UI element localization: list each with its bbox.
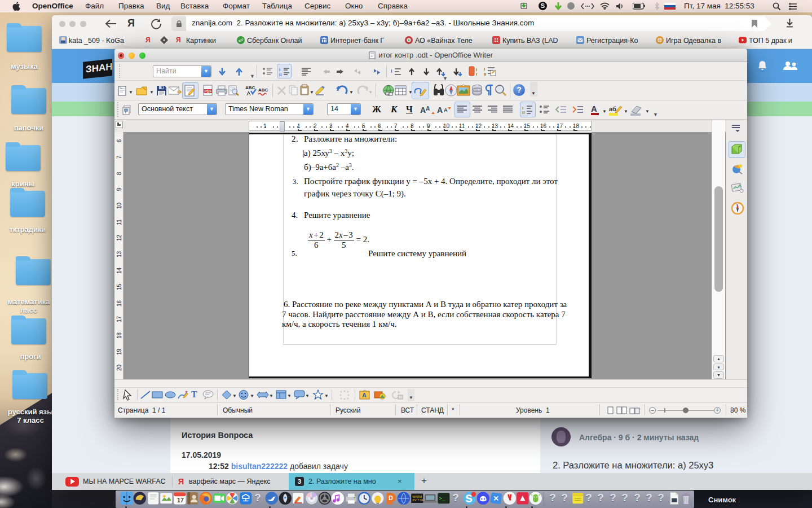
svg-text:I: I [391,68,392,74]
svg-text:I: I [279,67,280,72]
svg-text:17: 17 [177,497,184,503]
svg-text:A: A [362,392,367,398]
svg-text:II: II [279,72,281,76]
svg-text:A: A [420,106,426,115]
svg-text:II: II [522,110,524,115]
svg-text:I: I [484,67,485,72]
svg-text:A: A [444,107,448,113]
svg-text:KV 7:34: KV 7:34 [413,498,423,502]
svg-text:ABC: ABC [245,85,255,90]
svg-text:I: I [476,72,477,77]
svg-text:аб: аб [609,106,616,112]
svg-text:N: N [736,203,739,207]
svg-text:A: A [426,106,430,112]
svg-text:ABC: ABC [258,87,268,93]
svg-text:A: A [437,106,443,115]
svg-text:A: A [591,104,597,113]
svg-text:PDF: PDF [205,89,212,93]
svg-text:>_: >_ [439,495,446,501]
svg-text:D: D [389,494,393,501]
svg-text:II: II [484,72,486,77]
